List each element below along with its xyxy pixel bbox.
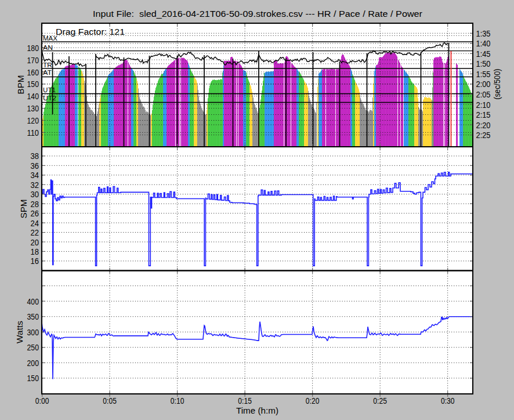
- svg-text:TR: TR: [43, 61, 52, 68]
- svg-text:300: 300: [27, 327, 39, 337]
- svg-text:2:05: 2:05: [476, 89, 491, 99]
- svg-text:200: 200: [27, 358, 39, 368]
- svg-text:1:50: 1:50: [476, 59, 491, 68]
- svg-text:0:00: 0:00: [35, 396, 49, 405]
- svg-text:22: 22: [31, 227, 39, 237]
- svg-text:AN: AN: [43, 44, 53, 51]
- svg-text:SPM: SPM: [19, 200, 28, 219]
- svg-text:32: 32: [31, 180, 39, 190]
- svg-text:1:55: 1:55: [476, 69, 491, 79]
- svg-text:1:45: 1:45: [476, 49, 491, 59]
- svg-text:400: 400: [27, 296, 39, 306]
- svg-text:160: 160: [27, 67, 39, 77]
- svg-text:38: 38: [31, 151, 39, 161]
- svg-text:UT1: UT1: [43, 86, 56, 93]
- svg-text:18: 18: [31, 247, 39, 256]
- svg-text:2:00: 2:00: [476, 79, 491, 89]
- svg-text:16: 16: [31, 256, 39, 266]
- svg-text:0:15: 0:15: [238, 396, 252, 405]
- svg-text:0:10: 0:10: [171, 396, 184, 405]
- svg-text:Watts: Watts: [15, 321, 24, 343]
- svg-text:20: 20: [31, 237, 39, 247]
- svg-text:0:20: 0:20: [306, 396, 320, 405]
- svg-text:2:25: 2:25: [476, 130, 491, 140]
- svg-text:BPM: BPM: [16, 75, 26, 95]
- svg-text:24: 24: [31, 218, 39, 228]
- svg-text:30: 30: [31, 189, 39, 199]
- svg-text:Input File: sled_2016-04-21T0: Input File: sled_2016-04-21T06-50-09.str…: [93, 9, 422, 19]
- svg-text:120: 120: [27, 115, 39, 125]
- svg-text:130: 130: [27, 103, 39, 113]
- svg-text:Time (h:m): Time (h:m): [236, 405, 278, 415]
- svg-text:350: 350: [27, 312, 39, 321]
- svg-text:0:05: 0:05: [103, 396, 117, 405]
- svg-text:34: 34: [31, 170, 39, 180]
- svg-text:110: 110: [27, 128, 39, 137]
- svg-text:140: 140: [27, 91, 39, 101]
- svg-text:36: 36: [31, 161, 39, 171]
- svg-text:170: 170: [27, 55, 39, 65]
- svg-text:MAX: MAX: [43, 35, 57, 42]
- svg-text:AT: AT: [43, 69, 52, 76]
- svg-text:UT2: UT2: [43, 95, 56, 102]
- svg-text:0:25: 0:25: [373, 396, 387, 405]
- svg-text:150: 150: [27, 373, 39, 383]
- svg-text:1:35: 1:35: [476, 28, 491, 38]
- svg-text:2:10: 2:10: [476, 100, 491, 110]
- svg-text:28: 28: [31, 199, 39, 209]
- svg-text:2:15: 2:15: [476, 110, 491, 120]
- svg-text:150: 150: [27, 79, 39, 89]
- svg-text:250: 250: [27, 342, 39, 352]
- svg-text:Drag Factor: 121: Drag Factor: 121: [56, 27, 125, 37]
- svg-text:(sec/500): (sec/500): [492, 68, 502, 99]
- svg-text:0:30: 0:30: [441, 396, 455, 405]
- svg-text:1:40: 1:40: [476, 38, 491, 48]
- svg-text:26: 26: [31, 208, 39, 218]
- svg-text:2:20: 2:20: [476, 120, 491, 130]
- svg-text:180: 180: [27, 43, 39, 53]
